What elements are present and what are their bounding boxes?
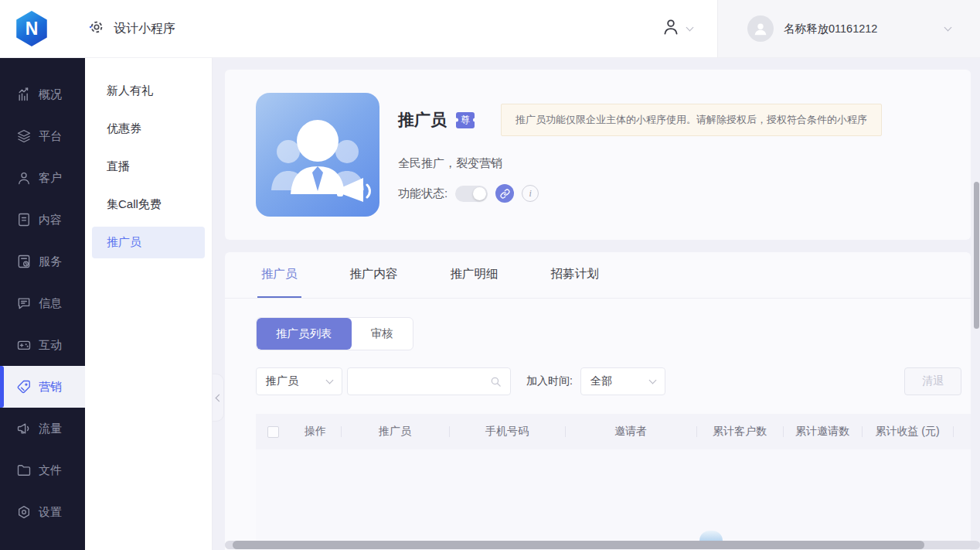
column-inviter: 邀请者 — [565, 414, 696, 449]
sidebar-item-settings[interactable]: 设置 — [0, 491, 85, 533]
main-sidebar: 概况 平台 客户 内容 服务 信息 互动 营销 流量 文件 设置 — [0, 58, 85, 550]
submenu-item-newcomer-gift[interactable]: 新人有礼 — [92, 75, 205, 107]
topbar-right: 名称释放01161212 — [661, 0, 980, 57]
column-actions: 操作 — [290, 414, 341, 449]
search-type-select[interactable]: 推广员 — [256, 367, 342, 395]
sidebar-item-label: 平台 — [39, 129, 62, 144]
megaphone-icon — [16, 421, 32, 436]
sidebar-item-interaction[interactable]: 互动 — [0, 324, 85, 366]
toggle-knob — [473, 187, 486, 200]
search-icon[interactable] — [489, 375, 502, 388]
sidebar-item-label: 内容 — [39, 213, 62, 227]
horizontal-scrollbar-thumb[interactable] — [233, 541, 924, 549]
tab-recruit-plan[interactable]: 招募计划 — [547, 252, 603, 298]
sidebar-collapse-handle[interactable] — [213, 374, 224, 422]
tab-promo-content[interactable]: 推广内容 — [346, 252, 402, 298]
join-time-value: 全部 — [590, 374, 612, 388]
sidebar-item-services[interactable]: 服务 — [0, 241, 85, 282]
column-phone: 手机号码 — [449, 414, 565, 449]
gamepad-icon — [16, 337, 32, 353]
app-name: 设计小程序 — [114, 21, 175, 37]
chevron-left-icon — [216, 394, 223, 401]
sidebar-item-messages[interactable]: 信息 — [0, 282, 85, 324]
subtab-promoter-list[interactable]: 推广员列表 — [257, 318, 352, 350]
link-icon[interactable] — [495, 184, 514, 203]
account-dropdown[interactable]: 名称释放01161212 — [717, 0, 980, 57]
logo-letter: N — [26, 19, 39, 39]
sidebar-item-label: 设置 — [39, 505, 62, 520]
tab-promo-detail[interactable]: 推广明细 — [447, 252, 502, 298]
feature-subtitle: 全民推广，裂变营销 — [398, 156, 971, 171]
sidebar-item-label: 营销 — [39, 380, 62, 395]
sidebar-item-label: 客户 — [39, 171, 62, 186]
sidebar-item-label: 互动 — [39, 338, 62, 353]
sidebar-item-platform[interactable]: 平台 — [0, 115, 85, 157]
submenu-item-jicall[interactable]: 集Call免费 — [92, 189, 205, 220]
sidebar-item-label: 文件 — [39, 463, 62, 478]
select-all-checkbox[interactable] — [267, 426, 279, 438]
user-icon — [16, 170, 32, 186]
feature-toggle[interactable] — [455, 186, 488, 202]
user-menu[interactable] — [661, 17, 692, 40]
avatar — [747, 15, 774, 42]
topbar: N 设计小程序 名称释放01161212 — [0, 0, 980, 58]
sidebar-item-label: 服务 — [39, 255, 62, 269]
join-time-label: 加入时间: — [526, 374, 573, 388]
column-total-invites: 累计邀请数 — [783, 414, 862, 449]
chart-icon — [16, 87, 32, 102]
submenu-item-promoter[interactable]: 推广员 — [92, 227, 205, 258]
search-input[interactable] — [348, 375, 489, 388]
chevron-down-icon — [944, 23, 952, 31]
column-pending: 待结 — [953, 414, 971, 449]
header-checkbox-cell — [256, 414, 290, 449]
layers-icon — [16, 128, 32, 144]
sidebar-item-label: 概况 — [39, 87, 62, 102]
gear-icon — [16, 504, 32, 520]
horizontal-scrollbar-track[interactable] — [225, 541, 980, 549]
sidebar-item-content[interactable]: 内容 — [0, 199, 85, 241]
folder-icon — [16, 463, 32, 478]
page-title: 推广员 — [398, 109, 447, 131]
miniprogram-gear-icon — [88, 19, 105, 39]
tab-bar: 推广员 推广内容 推广明细 招募计划 — [225, 252, 971, 299]
premium-badge: 尊 — [456, 112, 475, 128]
tag-icon — [16, 379, 32, 395]
main-content: 推广员 尊 推广员功能仅限企业主体的小程序使用。请解除授权后，授权符合条件的小程… — [213, 58, 980, 550]
join-time-select[interactable]: 全部 — [580, 367, 665, 395]
sidebar-item-marketing[interactable]: 营销 — [0, 366, 85, 408]
status-row: 功能状态: i — [398, 184, 971, 203]
subtab-group: 推广员列表 审核 — [256, 317, 413, 350]
chevron-down-icon — [326, 376, 334, 384]
info-icon[interactable]: i — [522, 185, 539, 202]
submenu-item-live[interactable]: 直播 — [92, 151, 205, 183]
column-total-income: 累计收益 (元) — [862, 414, 953, 449]
person-icon — [661, 17, 681, 40]
chevron-down-icon — [648, 376, 656, 384]
tab-promoter[interactable]: 推广员 — [257, 252, 301, 298]
submenu-item-coupon[interactable]: 优惠券 — [92, 113, 205, 145]
sidebar-item-overview[interactable]: 概况 — [0, 73, 85, 115]
marketing-submenu: 新人有礼 优惠券 直播 集Call免费 推广员 — [85, 58, 213, 550]
app-switcher[interactable]: 设计小程序 — [88, 19, 175, 39]
filter-bar: 推广员 加入时间: 全部 清退 — [256, 367, 940, 395]
search-type-value: 推广员 — [266, 374, 298, 388]
vertical-scrollbar-thumb[interactable] — [974, 182, 979, 329]
status-label: 功能状态: — [398, 186, 447, 201]
retire-button[interactable]: 清退 — [904, 367, 961, 395]
document-icon — [16, 212, 32, 227]
feature-info: 推广员 尊 推广员功能仅限企业主体的小程序使用。请解除授权后，授权符合条件的小程… — [398, 93, 971, 217]
table-body-empty — [256, 449, 971, 550]
account-name: 名称释放01161212 — [784, 22, 935, 36]
service-icon — [16, 254, 32, 269]
table-header: 操作 推广员 手机号码 邀请者 累计客户数 累计邀请数 累计收益 (元) 待结 — [256, 414, 971, 449]
sidebar-item-customers[interactable]: 客户 — [0, 157, 85, 199]
feature-hero-card: 推广员 尊 推广员功能仅限企业主体的小程序使用。请解除授权后，授权符合条件的小程… — [225, 70, 971, 240]
column-promoter: 推广员 — [341, 414, 449, 449]
sidebar-item-traffic[interactable]: 流量 — [0, 408, 85, 449]
promoter-panel: 推广员 推广内容 推广明细 招募计划 推广员列表 审核 推广员 加入时间: 全部… — [225, 252, 971, 550]
promoter-illustration — [256, 93, 379, 217]
subtab-review[interactable]: 审核 — [352, 318, 413, 350]
app-logo[interactable]: N — [14, 11, 49, 46]
sidebar-item-label: 信息 — [39, 296, 62, 311]
sidebar-item-files[interactable]: 文件 — [0, 449, 85, 491]
